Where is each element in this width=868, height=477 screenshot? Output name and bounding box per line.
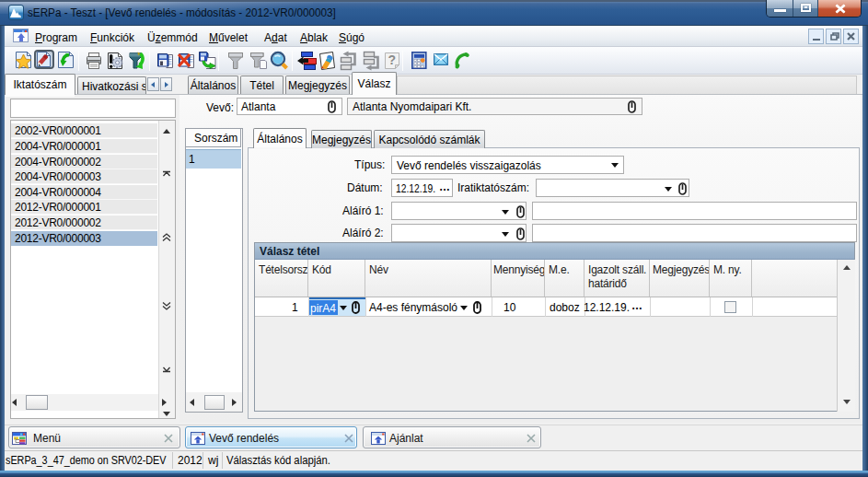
svg-text:?: ? bbox=[388, 52, 397, 67]
